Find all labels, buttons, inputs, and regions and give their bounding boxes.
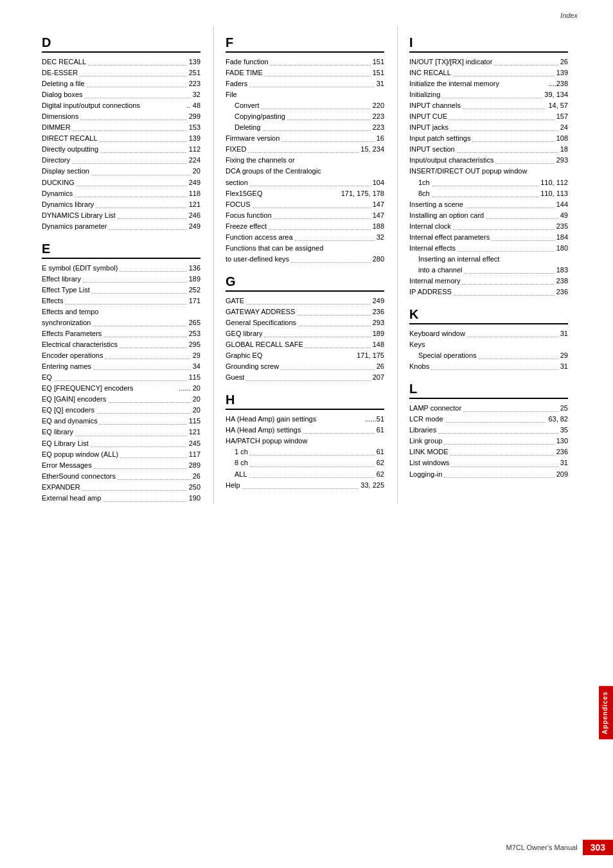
entry-page: 25 <box>560 403 568 414</box>
entry-dots <box>465 208 555 208</box>
entry-label: Entering names <box>42 361 91 372</box>
list-item: Directly outputting112 <box>42 144 200 155</box>
list-item: Link group130 <box>409 436 568 447</box>
list-item: Effect library189 <box>42 274 200 285</box>
entry-label: into a channel <box>418 265 463 276</box>
entry-page: 62 <box>377 457 384 468</box>
entry-label: EQ Library List <box>42 438 89 449</box>
list-item: Special operations29 <box>409 350 568 361</box>
entry-label: HA (Head Amp) gain settings <box>226 414 316 425</box>
list-item: FIXED15, 234 <box>226 144 384 155</box>
list-item: LAMP connector25 <box>409 403 568 414</box>
entry-label: Logging-in <box>409 469 442 480</box>
entry-page: 224 <box>189 155 200 166</box>
entry-page: 293 <box>556 155 568 166</box>
list-item: EtherSound connectors26 <box>42 471 200 482</box>
section-letter: E <box>42 241 200 259</box>
list-item: EQ and dynamics115 <box>42 416 200 427</box>
list-item: Internal effect parameters184 <box>409 232 568 243</box>
entry-dots <box>450 455 555 456</box>
entry-label: Encoder operations <box>42 350 103 361</box>
entry-page: 189 <box>189 274 200 285</box>
list-item: Installing an option card49 <box>409 210 568 221</box>
entry-page: 147 <box>373 210 384 221</box>
list-item: Help33, 225 <box>226 480 384 491</box>
list-item: Deleting a file223 <box>42 78 200 89</box>
list-item: FOCUS147 <box>226 199 384 210</box>
entry-page: 31 <box>560 328 568 339</box>
entry-label: 1 ch <box>235 447 248 457</box>
entry-label: Internal effects <box>409 243 456 254</box>
entry-label: 1ch <box>418 177 430 188</box>
entry-page: 151 <box>373 57 384 67</box>
entry-page: 236 <box>373 306 384 317</box>
list-item: Display section20 <box>42 166 200 177</box>
entry-dots <box>103 501 186 502</box>
entry-label: Effect Type List <box>42 285 90 296</box>
section-letter: K <box>409 306 568 324</box>
entry-page: 118 <box>189 188 200 199</box>
list-item: Entering names34 <box>42 361 200 372</box>
entry-label: 8 ch <box>235 457 248 468</box>
entry-page: 249 <box>189 177 200 188</box>
entry-page: 26 <box>377 361 384 372</box>
entry-page: 139 <box>189 57 200 67</box>
entry-row: section104 <box>226 177 384 188</box>
entry-page: 31 <box>560 361 568 372</box>
list-item: Logging-in209 <box>409 469 568 480</box>
entry-dots <box>269 229 371 230</box>
list-item: Dynamics library121 <box>42 199 200 210</box>
list-item: Internal clock235 <box>409 221 568 232</box>
entry-label: Inserting an internal effect <box>418 254 568 265</box>
list-item: DEC RECALL139 <box>42 57 200 67</box>
entry-dots <box>291 262 371 263</box>
entry-label: EQ <box>42 372 52 383</box>
list-item: Keyboard window31 <box>409 328 568 339</box>
entry-dots <box>246 380 370 381</box>
entry-dots <box>271 65 371 66</box>
list-item: Electrical characteristics295 <box>42 339 200 350</box>
list-item: Knobs31 <box>409 361 568 372</box>
list-item: INPUT jacks24 <box>409 122 568 133</box>
list-item: Grounding screw26 <box>226 361 384 372</box>
entry-page: 235 <box>556 221 568 232</box>
entry-page: 251 <box>189 67 200 78</box>
list-item: HA (Head Amp) gain settings......51 <box>226 414 384 425</box>
entry-page: 236 <box>556 287 568 297</box>
list-item: EQ and dynamics115 <box>42 416 200 427</box>
list-item: INC RECALL139 <box>409 67 568 78</box>
list-item: DIMMER153 <box>42 122 200 133</box>
list-item: LCR mode63, 82 <box>409 414 568 425</box>
entry-dots <box>445 422 547 423</box>
list-item: GATEWAY ADDRESS236 <box>226 306 384 317</box>
entry-page: 35 <box>560 425 568 436</box>
entry-page: 171, 175 <box>357 350 384 361</box>
entry-page: 31 <box>560 457 568 468</box>
entry-page: 62 <box>377 469 384 480</box>
entry-label: Directly outputting <box>42 144 98 155</box>
entry-label: Internal memory <box>409 276 460 287</box>
entry-label: HA/PATCH popup window <box>226 436 307 447</box>
footer-bar: M7CL Owner's Manual 303 <box>506 840 613 855</box>
entry-dots <box>105 359 190 359</box>
entry-dots <box>83 282 187 283</box>
list-item: 8 ch62 <box>226 457 384 468</box>
list-item: ALL62 <box>226 469 384 480</box>
list-item: Deleting a file223 <box>42 78 200 89</box>
entry-page: 115 <box>189 372 200 383</box>
entry-page: 108 <box>556 133 568 144</box>
entry-label: Keyboard window <box>409 328 465 339</box>
section-letter: L <box>409 381 568 399</box>
list-item: GATEWAY ADDRESS236 <box>226 306 384 317</box>
entry-page: 115 <box>189 416 200 427</box>
list-item: Fixing the channels orDCA groups of the … <box>226 155 384 188</box>
entry-label: Dimensions <box>42 111 78 122</box>
list-item: Fade function151 <box>226 57 384 67</box>
entry-page: 20 <box>193 166 200 177</box>
entry-label: Effects Parameters <box>42 328 102 339</box>
list-item: Copying/pasting223 <box>226 111 384 122</box>
entry-page: 249 <box>189 221 200 232</box>
list-item: Inserting an internal effectinto a chann… <box>409 254 568 276</box>
list-item: Input patch settings108 <box>409 133 568 144</box>
entry-page: 139 <box>556 67 568 78</box>
